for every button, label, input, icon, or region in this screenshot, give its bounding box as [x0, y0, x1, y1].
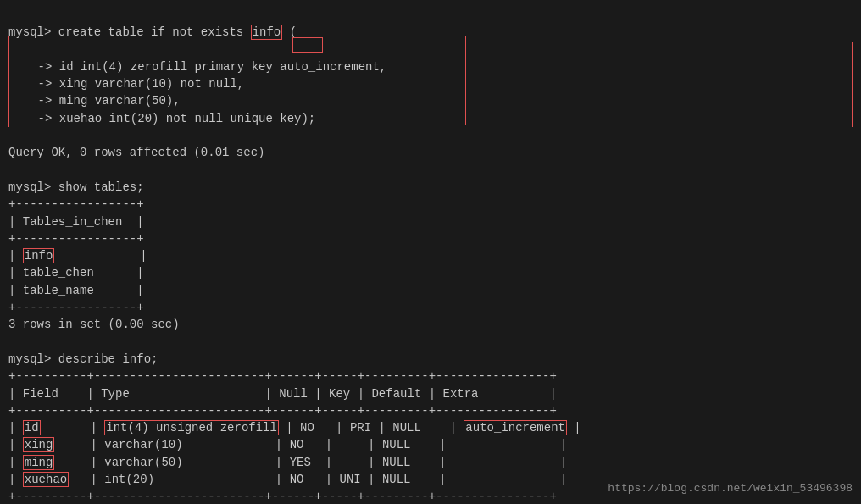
- desc-row-id: | id | int(4) unsigned zerofill | NO | P…: [8, 419, 853, 436]
- create-line-1: -> id int(4) zerofill primary key auto_i…: [9, 60, 386, 74]
- table-row-table-name: | table_name |: [8, 282, 853, 299]
- rows-count: 3 rows in set (0.00 sec): [8, 316, 853, 333]
- field-id: id: [23, 420, 41, 435]
- create-body: -> id int(4) zerofill primary key auto_i…: [8, 42, 853, 127]
- field-ming: ming: [23, 455, 55, 470]
- table-row-table-chen: | table_chen |: [8, 264, 853, 281]
- blog-url: https://blog.csdn.net/weixin_53496398: [608, 481, 853, 497]
- create-line-4: -> xuehao int(20) not null unique key);: [9, 112, 315, 125]
- desc-row-ming: | ming | varchar(50) | YES | | NULL | |: [8, 454, 853, 471]
- info-cell: info: [23, 248, 55, 263]
- field-xuehao: xuehao: [23, 472, 69, 487]
- desc-mid-border: +----------+------------------------+---…: [8, 402, 853, 419]
- table-bot-border: +-----------------+: [8, 299, 853, 316]
- table-mid-border: +-----------------+: [8, 230, 853, 247]
- desc-header: | Field | Type | Null | Key | Default | …: [8, 385, 853, 402]
- create-line-3: -> ming varchar(50),: [9, 94, 181, 108]
- blank-space: [8, 127, 853, 144]
- desc-row-xing: | xing | varchar(10) | NO | | NULL | |: [8, 436, 853, 453]
- create-line-2: -> xing varchar(10) not null,: [9, 77, 244, 91]
- create-rest: (: [282, 25, 297, 39]
- type-id: int(4) unsigned zerofill: [104, 420, 279, 435]
- blank-line-2: [8, 334, 853, 351]
- info-highlight: info: [251, 25, 283, 40]
- create-prompt: mysql> create table if not exists: [8, 25, 251, 39]
- blank-line-1: [8, 162, 853, 179]
- extra-id: auto_increment: [464, 420, 567, 435]
- table-header-row: | Tables_in_chen |: [8, 213, 853, 230]
- desc-top-border: +----------+------------------------+---…: [8, 368, 853, 385]
- field-xing: xing: [23, 437, 55, 452]
- table-top-border: +-----------------+: [8, 196, 853, 213]
- describe-cmd: mysql> describe info;: [8, 351, 853, 368]
- terminal: mysql> create table if not exists info (: [8, 7, 853, 42]
- query-ok: Query OK, 0 rows affected (0.01 sec): [8, 144, 853, 161]
- table-row-info: | info |: [8, 247, 853, 264]
- show-tables-cmd: mysql> show tables;: [8, 179, 853, 196]
